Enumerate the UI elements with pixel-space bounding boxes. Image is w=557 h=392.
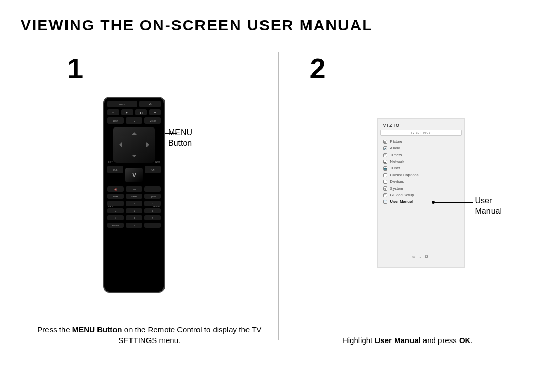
list-button[interactable]: LIST — [107, 117, 124, 124]
um-callout-l1: User — [475, 196, 493, 205]
hotkey-b[interactable]: Stereo — [126, 194, 142, 199]
timers-icon: ⏱ — [383, 153, 387, 157]
tuner-icon: 📺 — [383, 166, 387, 171]
menu-item-label: Picture — [390, 139, 402, 144]
step-1-caption: Press the MENU Button on the Remote Cont… — [21, 324, 278, 346]
keypad-9[interactable]: 9 — [144, 215, 161, 220]
dpad-down-icon[interactable] — [132, 155, 137, 160]
caption-1-mid: on the Remote Control to display the TV … — [118, 325, 261, 345]
v-button[interactable]: V — [125, 168, 143, 182]
vizio-logo: VIZIO — [377, 122, 465, 130]
keypad-2[interactable]: 2 — [126, 201, 142, 206]
menu-button[interactable]: MENU — [144, 117, 161, 124]
user-manual-icon: 📄 — [383, 200, 387, 204]
tv-menu-footer-icons: ▭ ⌄ ✿ — [377, 254, 465, 259]
enter-button[interactable]: ENTER — [107, 223, 124, 228]
input-button[interactable]: INPUT — [107, 101, 137, 107]
exit-label: EXIT — [108, 161, 113, 163]
page-title: VIEWING THE ON-SCREEN USER MANUAL — [21, 16, 373, 34]
mute-button[interactable]: 🔇 — [107, 186, 124, 192]
menu-item-label: Tuner — [390, 166, 400, 171]
tv-settings-menu: VIZIO TV SETTINGS ▦Picture 🔊Audio ⏱Timer… — [377, 118, 465, 268]
ch-rocker[interactable]: CH — [145, 166, 161, 173]
menu-item-system[interactable]: ✿System — [377, 185, 465, 192]
caption-2-post: . — [470, 336, 472, 345]
caption-1-bold: MENU Button — [72, 325, 122, 334]
um-callout-l2: Manual — [475, 207, 502, 215]
vol-rocker[interactable]: VOL — [107, 166, 123, 173]
dpad-right-icon[interactable] — [146, 142, 152, 147]
network-icon: ☁ — [383, 160, 387, 164]
menu-item-label: User Manual — [390, 199, 414, 204]
pause-button[interactable]: ❚❚ — [135, 109, 147, 115]
user-manual-callout: User Manual — [475, 196, 502, 216]
rewind-button[interactable]: ◂◂ — [107, 109, 119, 115]
system-icon: ✿ — [383, 186, 387, 191]
step-2-number: 2 — [310, 52, 326, 85]
step-2-caption: Highlight User Manual and press OK. — [279, 335, 537, 346]
keypad-6[interactable]: 6 — [144, 208, 161, 213]
dash-button[interactable]: — — [144, 186, 161, 192]
keypad-0[interactable]: 0 — [126, 223, 142, 228]
devices-icon: — — [383, 180, 387, 184]
menu-item-label: Closed Captions — [390, 173, 419, 177]
menu-item-devices[interactable]: —Devices — [377, 178, 465, 185]
keypad-5[interactable]: 5 — [126, 208, 142, 213]
step-2-panel: 2 VIZIO TV SETTINGS ▦Picture 🔊Audio ⏱Tim… — [279, 52, 537, 361]
user-manual-callout-line — [434, 202, 473, 203]
hotkey-c[interactable]: Option — [144, 194, 161, 199]
cc-icon: ▭ — [383, 173, 387, 177]
menu-item-tuner[interactable]: 📺Tuner — [377, 165, 465, 172]
dpad-up-icon[interactable] — [132, 130, 137, 135]
menu-item-guided-setup[interactable]: 🖵Guided Setup — [377, 192, 465, 198]
menu-item-label: Devices — [390, 179, 404, 184]
info-label: INFO — [155, 161, 160, 163]
dash-button-2[interactable]: — — [144, 223, 161, 228]
guide-label: GUIDE — [153, 205, 160, 208]
caption-2-mid: and press — [421, 336, 459, 345]
menu-item-picture[interactable]: ▦Picture — [377, 138, 465, 145]
dpad[interactable] — [113, 127, 155, 163]
menu-item-network[interactable]: ☁Network — [377, 158, 465, 165]
menu-item-label: Timers — [390, 152, 402, 157]
caption-2-bold1: User Manual — [374, 336, 420, 345]
dpad-left-icon[interactable] — [117, 142, 122, 147]
menu-item-audio[interactable]: 🔊Audio — [377, 145, 465, 151]
power-button[interactable]: ⏻ — [139, 101, 161, 107]
caption-2-bold2: OK — [459, 336, 471, 345]
keypad-8[interactable]: 8 — [126, 215, 142, 220]
step-1-number: 1 — [67, 52, 83, 85]
3d-button[interactable]: 3D — [126, 186, 142, 192]
caption-1-pre: Press the — [37, 325, 72, 334]
guided-setup-icon: 🖵 — [383, 193, 387, 197]
keypad-7[interactable]: 7 — [107, 215, 124, 220]
menu-button-callout: MENU Button — [168, 128, 192, 148]
tv-settings-header: TV SETTINGS — [380, 130, 462, 136]
hotkey-a[interactable]: Wide — [107, 194, 124, 199]
menu-item-cc[interactable]: ▭Closed Captions — [377, 172, 465, 178]
menu-item-label: System — [390, 186, 403, 191]
menu-callout-line2: Button — [168, 139, 192, 147]
audio-icon: 🔊 — [383, 146, 387, 150]
keypad-4[interactable]: 4 — [107, 208, 124, 213]
remote-control: INPUT ⏻ ◂◂ ▶ ❚❚ ▸▸ LIST ● MENU EXIT INFO — [103, 97, 165, 293]
ffwd-button[interactable]: ▸▸ — [149, 109, 161, 115]
menu-callout-line1: MENU — [168, 128, 192, 137]
menu-item-label: Audio — [390, 146, 400, 150]
menu-item-timers[interactable]: ⏱Timers — [377, 151, 465, 158]
columns: 1 MENU Button INPUT ⏻ ◂◂ ▶ ❚❚ ▸▸ LIST ● … — [21, 52, 536, 361]
step-1-panel: 1 MENU Button INPUT ⏻ ◂◂ ▶ ❚❚ ▸▸ LIST ● … — [21, 52, 278, 361]
caption-2-pre: Highlight — [342, 336, 375, 345]
back-label: BACK — [108, 205, 114, 208]
record-button[interactable]: ● — [126, 117, 142, 124]
picture-icon: ▦ — [383, 140, 387, 144]
menu-item-user-manual[interactable]: 📄User Manual — [377, 198, 465, 205]
play-button[interactable]: ▶ — [121, 109, 133, 115]
menu-item-label: Guided Setup — [390, 193, 414, 197]
menu-item-label: Network — [390, 159, 405, 164]
